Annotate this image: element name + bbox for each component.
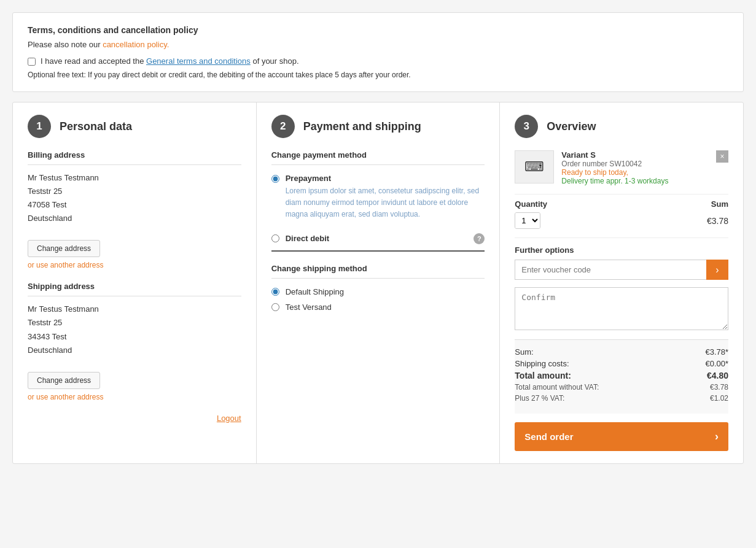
cancellation-policy-link[interactable]: cancellation policy. xyxy=(103,40,169,49)
general-terms-link[interactable]: General terms and conditions xyxy=(146,56,251,66)
product-name: Variant S xyxy=(561,150,709,160)
prepayment-label[interactable]: Prepayment Lorem ipsum dolor sit amet, c… xyxy=(271,174,485,221)
payment-shipping-column: 2 Payment and shipping Change payment me… xyxy=(257,102,501,463)
terms-note: Please also note our cancellation policy… xyxy=(28,40,728,49)
sum-label: Sum xyxy=(711,199,728,209)
default-shipping-name: Default Shipping xyxy=(286,287,344,296)
shipping-street: Teststr 25 xyxy=(28,316,241,330)
direct-debit-name: Direct debit xyxy=(286,234,330,243)
prepayment-desc: Lorem ipsum dolor sit amet, consetetur s… xyxy=(286,185,485,221)
shipping-method-title: Change shipping method xyxy=(271,264,485,279)
product-info: Variant S Order number SW10042 Ready to … xyxy=(561,150,709,185)
step-2-circle: 2 xyxy=(271,115,295,138)
terms-optional-text: Optional free text: If you pay direct de… xyxy=(28,71,728,79)
shipping-country: Deutschland xyxy=(28,344,241,357)
further-options-title: Further options xyxy=(515,237,728,255)
terms-checkbox-row: I have read and accepted the General ter… xyxy=(28,56,728,66)
default-shipping-radio[interactable] xyxy=(271,288,279,296)
default-shipping-option: Default Shipping xyxy=(271,287,485,296)
total-amount-row: Total amount: €4.80 xyxy=(515,371,728,380)
vat-label: Plus 27 % VAT: xyxy=(515,394,564,403)
shipping-cost-row: Shipping costs: €0.00* xyxy=(515,359,728,368)
personal-data-header: 1 Personal data xyxy=(28,115,241,138)
terms-section: Terms, conditions and cancellation polic… xyxy=(12,12,744,92)
no-vat-label: Total amount without VAT: xyxy=(515,383,599,392)
step-1-circle: 1 xyxy=(28,115,51,138)
terms-checkbox[interactable] xyxy=(28,58,36,66)
test-versand-name: Test Versand xyxy=(286,303,332,312)
billing-street: Teststr 25 xyxy=(28,185,241,198)
billing-city: 47058 Test xyxy=(28,198,241,212)
voucher-input[interactable] xyxy=(515,260,706,280)
personal-data-column: 1 Personal data Billing address Mr Testu… xyxy=(13,102,257,463)
personal-data-title: Personal data xyxy=(60,120,132,133)
qty-sum-row: 1 2 3 €3.78 xyxy=(515,212,728,237)
direct-debit-row: Direct debit ? xyxy=(271,227,485,252)
voucher-row: › xyxy=(515,260,728,280)
vat-value: €1.02 xyxy=(710,394,728,403)
use-another-billing-link[interactable]: or use another address xyxy=(28,261,241,269)
no-vat-row: Total amount without VAT: €3.78 xyxy=(515,383,728,392)
change-billing-address-button[interactable]: Change address xyxy=(28,240,100,257)
direct-debit-info-icon[interactable]: ? xyxy=(473,233,485,244)
no-vat-value: €3.78 xyxy=(710,383,728,392)
prepayment-name: Prepayment xyxy=(286,174,485,183)
test-versand-radio[interactable] xyxy=(271,303,279,311)
total-amount-label: Total amount: xyxy=(515,371,571,380)
product-ready-text: Ready to ship today, xyxy=(561,168,709,177)
product-order-number: Order number SW10042 xyxy=(561,160,709,168)
terms-checkbox-label: I have read and accepted the General ter… xyxy=(41,56,299,66)
billing-address-label: Billing address xyxy=(28,150,241,165)
terms-title: Terms, conditions and cancellation polic… xyxy=(28,25,728,35)
payment-shipping-header: 2 Payment and shipping xyxy=(271,115,485,138)
shipping-cost-label: Shipping costs: xyxy=(515,359,569,368)
step-3-circle: 3 xyxy=(515,115,538,138)
send-order-label: Send order xyxy=(524,431,573,442)
shipping-address-label: Shipping address xyxy=(28,282,241,296)
totals-section: Sum: €3.78* Shipping costs: €0.00* Total… xyxy=(515,339,728,414)
confirm-textarea[interactable] xyxy=(515,287,728,330)
product-price: €3.78 xyxy=(707,216,728,226)
direct-debit-radio[interactable] xyxy=(271,234,279,242)
payment-method-title: Change payment method xyxy=(271,150,485,165)
billing-name: Mr Testus Testmann xyxy=(28,171,241,185)
billing-address-block: Mr Testus Testmann Teststr 25 47058 Test… xyxy=(28,171,241,225)
overview-column: 3 Overview ⌨ Variant S Order number SW10… xyxy=(500,102,743,463)
product-row: ⌨ Variant S Order number SW10042 Ready t… xyxy=(515,150,728,185)
quantity-select[interactable]: 1 2 3 xyxy=(515,213,540,228)
logout-link[interactable]: Logout xyxy=(28,414,241,423)
product-image: ⌨ xyxy=(515,150,554,183)
product-icon: ⌨ xyxy=(524,159,544,175)
shipping-cost-value: €0.00* xyxy=(705,359,728,368)
total-amount-value: €4.80 xyxy=(707,371,728,380)
prepayment-option: Prepayment Lorem ipsum dolor sit amet, c… xyxy=(271,174,485,221)
sum-row: Sum: €3.78* xyxy=(515,347,728,357)
overview-header: 3 Overview xyxy=(515,115,728,138)
change-shipping-address-button[interactable]: Change address xyxy=(28,372,100,389)
use-another-shipping-link[interactable]: or use another address xyxy=(28,393,241,401)
test-versand-label[interactable]: Test Versand xyxy=(271,303,485,312)
remove-product-button[interactable]: × xyxy=(716,150,728,163)
default-shipping-label[interactable]: Default Shipping xyxy=(271,287,485,296)
send-order-button[interactable]: Send order › xyxy=(515,422,728,451)
checkout-columns: 1 Personal data Billing address Mr Testu… xyxy=(12,102,744,464)
payment-shipping-title: Payment and shipping xyxy=(303,120,421,133)
prepayment-radio[interactable] xyxy=(271,175,279,183)
sum-label-total: Sum: xyxy=(515,347,533,357)
shipping-address-section: Shipping address Mr Testus Testmann Test… xyxy=(28,282,241,401)
qty-sum-header: Quantity Sum xyxy=(515,194,728,212)
shipping-name: Mr Testus Testmann xyxy=(28,303,241,316)
overview-title: Overview xyxy=(547,120,596,133)
terms-note-text: Please also note our xyxy=(28,40,103,49)
product-delivery-text: Delivery time appr. 1-3 workdays xyxy=(561,177,709,185)
shipping-city: 34343 Test xyxy=(28,330,241,344)
test-versand-option: Test Versand xyxy=(271,303,485,312)
sum-value-total: €3.78* xyxy=(705,347,728,357)
direct-debit-left: Direct debit xyxy=(271,234,330,243)
shipping-method-section: Change shipping method Default Shipping … xyxy=(271,264,485,312)
prepayment-details: Prepayment Lorem ipsum dolor sit amet, c… xyxy=(286,174,485,221)
voucher-submit-button[interactable]: › xyxy=(706,260,728,280)
send-order-arrow-icon: › xyxy=(715,430,719,443)
vat-row: Plus 27 % VAT: €1.02 xyxy=(515,394,728,403)
quantity-select-wrapper: 1 2 3 xyxy=(515,212,540,229)
